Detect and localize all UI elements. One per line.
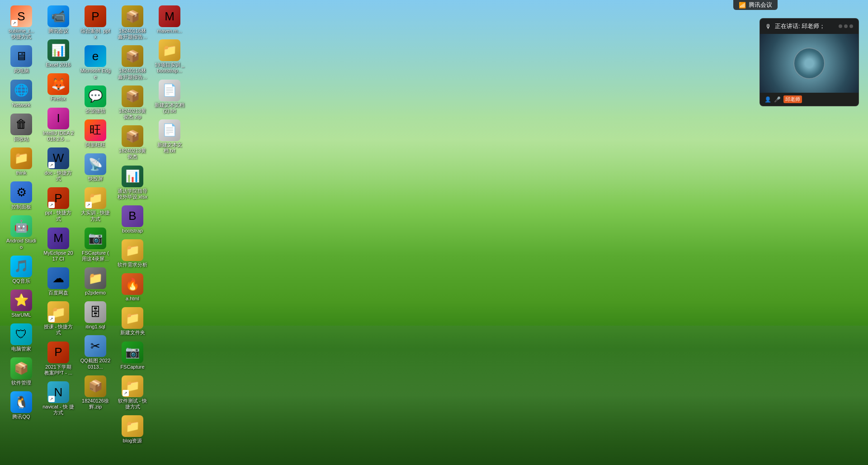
desktop-icon-txmeeting[interactable]: 📹腾讯会议 — [41, 4, 76, 36]
desktop-icon-txt2[interactable]: 📄新建文本文 档.txt — [152, 118, 187, 156]
icon-label-txt2: 新建文本文 档.txt — [154, 142, 185, 154]
desktop-icon-fscap[interactable]: 📷FSCapture ( 用这4录屏... — [78, 226, 113, 264]
icon-label-network: Network — [12, 102, 30, 108]
desktop-icon-sublime_t[interactable]: S↗sublime_t... 快捷方式 — [4, 4, 39, 42]
desktop-icon-think[interactable]: 📁think — [4, 146, 39, 178]
desktop-icon-network[interactable]: 🌐Network — [4, 78, 39, 110]
icon-label-weixin: 企业微信 — [85, 108, 105, 114]
desktop-icon-ruanjian2[interactable]: 📁↗软件测试 - 快 捷方式 — [115, 374, 150, 412]
icon-label-jiangli: 授课 - 快捷方 式 — [42, 324, 74, 336]
desktop-icon-ruanjian[interactable]: 📁软件需求分析 — [115, 237, 150, 270]
icon-image-html_a: 🔥 — [122, 273, 143, 295]
desktop-icon-qqjie[interactable]: ✂QQ截图 20220313... — [78, 333, 113, 371]
desktop-icon-zip18_5[interactable]: 📦18240213黄 俊杰 — [115, 123, 150, 161]
desktop-icon-ppt[interactable]: P↗ppt - 快捷方 式 — [41, 185, 76, 223]
icon-image-excel2016: 📊 — [47, 39, 69, 61]
icon-label-zip18_3: 18240116林 鑫开题报告... — [117, 68, 148, 80]
desktop-icon-iting[interactable]: 🗄iting1.sql — [78, 299, 113, 332]
desktop-icon-ppt2021[interactable]: P2021下学期 教案PPT - ... — [41, 340, 76, 378]
desktop-icon-weixin[interactable]: 💬企业微信 — [78, 84, 113, 116]
desktop-icon-edge[interactable]: eMicrosoft Edge — [78, 43, 113, 81]
desktop-icon-recycle[interactable]: 🗑回收站 — [4, 112, 39, 144]
icon-label-p2p: p2pdemo — [85, 290, 106, 296]
icon-label-blog: blog资源 — [123, 438, 142, 444]
shortcut-arrow-daxun: ↗ — [85, 202, 92, 208]
desktop-icon-txt1[interactable]: 📄新建文本文档 (2).txt — [152, 78, 187, 116]
shortcut-arrow-word: ↗ — [48, 162, 55, 168]
desktop-icon-jiangli[interactable]: 📁↗授课 - 快捷方 式 — [41, 299, 76, 337]
desktop-icon-p2p[interactable]: 📁p2pdemo — [78, 266, 113, 298]
icon-image-zip18_3: 📦 — [122, 45, 143, 67]
icon-image-android: 🤖 — [10, 215, 32, 237]
icon-image-control: ⚙ — [10, 181, 32, 203]
icon-label-ruanjian: 软件需求分析 — [118, 262, 147, 268]
icon-label-fscap: FSCapture ( 用这4录屏... — [80, 250, 111, 262]
desktop-icon-zip18_4[interactable]: 📦18240213黄 俊杰.zip — [115, 84, 150, 122]
icon-image-p2p: 📁 — [85, 267, 106, 289]
desktop-icon-blog[interactable]: 📁blog资源 — [115, 413, 150, 446]
desktop-icon-android[interactable]: 🤖Android Studio — [4, 214, 39, 251]
icon-image-qqmusic: 🎵 — [10, 256, 32, 277]
icon-label-recycle: 回收站 — [14, 136, 29, 142]
icon-label-pc: 此电脑 — [14, 68, 29, 74]
desktop-icon-softmgr[interactable]: 📦软件管理 — [4, 356, 39, 388]
desktop-icon-pcmgr[interactable]: 🛡电脑管家 — [4, 322, 39, 354]
icon-image-navicat: N↗ — [47, 381, 69, 403]
desktop-icon-pptx[interactable]: P综合案例. pptx — [78, 4, 113, 42]
desktop-icon-firefox[interactable]: 🦊Firefox — [41, 71, 76, 104]
icon-image-zip18_2: 📦 — [122, 5, 143, 27]
icon-image-idea: I — [47, 108, 69, 129]
icon-image-myeclipse: M — [47, 228, 69, 249]
desktop-icon-idea[interactable]: IIntelliJ IDEA 2018.2.5 ... — [41, 106, 76, 144]
icon-image-bootstrap: B — [122, 205, 143, 227]
shortcut-arrow-jiangli: ↗ — [48, 316, 55, 322]
icon-label-daxun: 大实训 - 快捷 方式 — [80, 210, 111, 222]
icon-image-pptx: P — [85, 5, 106, 27]
icon-label-qq: 腾讯QQ — [12, 414, 30, 420]
icon-image-ppt: P↗ — [47, 187, 69, 209]
icon-label-edge: Microsoft Edge — [80, 68, 111, 80]
desktop-icon-kuai[interactable]: 📡快投屏 — [78, 152, 113, 184]
desktop-icon-fscap2[interactable]: 📷FSCapture — [115, 340, 150, 372]
icon-image-ruanjian: 📁 — [122, 239, 143, 261]
icon-label-zip18_4: 18240213黄 俊杰.zip — [117, 108, 148, 120]
icon-label-zip18_5: 18240213黄 俊杰 — [117, 148, 148, 160]
desktop-icon-qq[interactable]: 🐧腾讯QQ — [4, 389, 39, 422]
desktop-icon-html_a[interactable]: 🔥a.html — [115, 271, 150, 304]
icon-label-iting: iting1.sql — [85, 324, 105, 330]
icon-label-staruml: StarUML — [11, 312, 31, 318]
icon-label-control: 控制面板 — [11, 204, 31, 210]
icon-image-fscap: 📷 — [85, 228, 106, 249]
icon-image-xinjian: 📁 — [122, 307, 143, 329]
desktop-icon-pc[interactable]: 🖥此电脑 — [4, 43, 39, 76]
icon-label-sublime_t: sublime_t... 快捷方式 — [5, 28, 37, 40]
desktop-icon-qqmusic[interactable]: 🎵QQ音乐 — [4, 254, 39, 286]
icon-label-maven: maven.m... — [157, 28, 182, 34]
desktop-icon-alibaba[interactable]: 旺阿里旺旺 — [78, 118, 113, 150]
desktop-icon-zip18_3[interactable]: 📦18240116林 鑫开题报告... — [115, 43, 150, 81]
desktop-icon-word[interactable]: W↗doc - 快捷方 式 — [41, 146, 76, 184]
icon-image-qqjie: ✂ — [85, 335, 106, 357]
icon-image-sublime_t: S↗ — [10, 5, 32, 27]
desktop-icon-staruml[interactable]: ⭐StarUML — [4, 288, 39, 320]
desktop-area: S↗sublime_t... 快捷方式🖥此电脑🌐Network🗑回收站📁thin… — [0, 0, 868, 465]
desktop-icon-daxun[interactable]: 📁↗大实训 - 快捷 方式 — [78, 185, 113, 223]
icon-grid: S↗sublime_t... 快捷方式🖥此电脑🌐Network🗑回收站📁thin… — [4, 4, 230, 447]
desktop-icon-myeclipse[interactable]: MMyEclipse 2017 CI — [41, 226, 76, 264]
desktop-icon-control[interactable]: ⚙控制面板 — [4, 180, 39, 212]
desktop-icon-navicat[interactable]: N↗navicat - 快 捷方式 — [41, 380, 76, 418]
icon-image-firefox: 🦊 — [47, 73, 69, 95]
desktop-icon-bootstrap[interactable]: Bbootstrap — [115, 204, 150, 236]
icon-image-zip18_4: 📦 — [122, 85, 143, 107]
desktop-icon-maven[interactable]: Mmaven.m... — [152, 4, 187, 36]
shortcut-arrow-sublime_t: ↗ — [11, 20, 18, 26]
desktop-icon-tongda[interactable]: 📊通达学院指导 校外毕设.xlsx — [115, 164, 150, 202]
desktop-icon-excel2016[interactable]: 📊Excel 2016 — [41, 38, 76, 70]
desktop-icon-proj19[interactable]: 📁19项目实训 _bootstrap... — [152, 38, 187, 76]
desktop-icon-xinjian[interactable]: 📁新建文件夹 — [115, 305, 150, 337]
desktop-icon-zip18_2[interactable]: 📦18240116林 鑫开题报告... — [115, 4, 150, 42]
icon-label-pptx: 综合案例. pptx — [80, 28, 111, 40]
desktop-icon-baidu[interactable]: ☁百度网盘 — [41, 266, 76, 298]
desktop-icon-zip18[interactable]: 📦18240126徐 辉.zip — [78, 374, 113, 412]
icon-label-fscap2: FSCapture — [120, 364, 144, 370]
